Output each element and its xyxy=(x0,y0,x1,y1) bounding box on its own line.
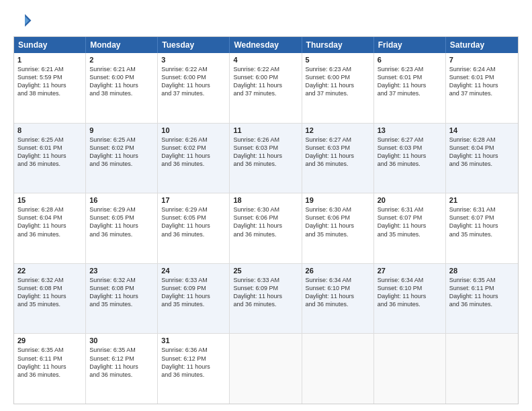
cell-info-line: Daylight: 11 hours xyxy=(161,222,226,230)
cell-info-line: and 36 minutes. xyxy=(161,230,226,238)
calendar-cell xyxy=(446,334,518,404)
cell-info-line: and 37 minutes. xyxy=(378,89,442,97)
cell-info-line: Sunrise: 6:26 AM xyxy=(161,136,226,144)
cell-info-line: Sunrise: 6:25 AM xyxy=(17,136,82,144)
cell-info-line: Sunrise: 6:21 AM xyxy=(89,65,154,73)
cell-info-line: Daylight: 11 hours xyxy=(306,292,370,300)
cell-info-line: and 35 minutes. xyxy=(161,300,226,308)
cell-info-line: Daylight: 11 hours xyxy=(17,292,82,300)
calendar-cell: 5Sunrise: 6:23 AMSunset: 6:00 PMDaylight… xyxy=(302,53,374,123)
calendar-cell: 1Sunrise: 6:21 AMSunset: 5:59 PMDaylight… xyxy=(14,53,86,123)
cell-info-line: Sunset: 6:09 PM xyxy=(161,284,226,292)
cell-info-line: Sunset: 6:02 PM xyxy=(161,144,226,152)
cell-info-line: Sunset: 6:03 PM xyxy=(306,144,370,152)
header xyxy=(13,12,519,31)
cell-info-line: and 35 minutes. xyxy=(17,300,82,308)
cell-info-line: Sunrise: 6:35 AM xyxy=(17,346,82,354)
calendar-cell: 22Sunrise: 6:32 AMSunset: 6:08 PMDayligh… xyxy=(14,264,86,334)
cell-info-line: Sunrise: 6:35 AM xyxy=(449,276,515,284)
cell-info-line: Sunset: 6:01 PM xyxy=(378,73,442,81)
cell-info-line: Sunrise: 6:29 AM xyxy=(89,205,154,214)
cell-info-line: and 36 minutes. xyxy=(378,160,442,168)
cell-info-line: Sunset: 6:03 PM xyxy=(378,144,442,152)
cell-info-line: Sunrise: 6:30 AM xyxy=(233,205,298,214)
cell-info-line: Sunset: 6:00 PM xyxy=(89,73,154,81)
day-number: 21 xyxy=(449,196,515,204)
calendar-cell: 18Sunrise: 6:30 AMSunset: 6:06 PMDayligh… xyxy=(230,193,302,263)
calendar-cell: 29Sunrise: 6:35 AMSunset: 6:11 PMDayligh… xyxy=(14,334,86,404)
calendar-cell: 13Sunrise: 6:27 AMSunset: 6:03 PMDayligh… xyxy=(374,124,446,193)
cell-info-line: Sunrise: 6:31 AM xyxy=(449,205,515,214)
cell-info-line: Daylight: 11 hours xyxy=(17,363,82,371)
calendar-cell: 9Sunrise: 6:25 AMSunset: 6:02 PMDaylight… xyxy=(86,124,158,193)
cell-info-line: Daylight: 11 hours xyxy=(89,292,154,300)
calendar-cell: 23Sunrise: 6:32 AMSunset: 6:08 PMDayligh… xyxy=(86,264,158,334)
calendar-cell: 7Sunrise: 6:24 AMSunset: 6:01 PMDaylight… xyxy=(446,53,518,123)
calendar-cell: 30Sunrise: 6:35 AMSunset: 6:12 PMDayligh… xyxy=(86,334,158,404)
cell-info-line: Daylight: 11 hours xyxy=(89,222,154,230)
cell-info-line: Daylight: 11 hours xyxy=(89,152,154,160)
cell-info-line: Sunrise: 6:28 AM xyxy=(449,136,515,144)
cell-info-line: Daylight: 11 hours xyxy=(89,81,154,89)
calendar-cell: 28Sunrise: 6:35 AMSunset: 6:11 PMDayligh… xyxy=(446,264,518,334)
cell-info-line: and 36 minutes. xyxy=(306,160,370,168)
calendar-cell: 26Sunrise: 6:34 AMSunset: 6:10 PMDayligh… xyxy=(302,264,374,334)
cell-info-line: Daylight: 11 hours xyxy=(233,292,298,300)
cell-info-line: and 36 minutes. xyxy=(89,230,154,238)
cell-info-line: Sunset: 6:07 PM xyxy=(449,214,515,222)
cell-info-line: Daylight: 11 hours xyxy=(17,222,82,230)
cell-info-line: Sunrise: 6:23 AM xyxy=(306,65,370,73)
cell-info-line: Sunrise: 6:32 AM xyxy=(89,276,154,284)
day-number: 14 xyxy=(449,126,515,134)
day-number: 27 xyxy=(378,267,442,275)
day-number: 26 xyxy=(306,267,370,275)
cell-info-line: and 38 minutes. xyxy=(17,89,82,97)
calendar-cell: 16Sunrise: 6:29 AMSunset: 6:05 PMDayligh… xyxy=(86,193,158,263)
calendar-cell: 8Sunrise: 6:25 AMSunset: 6:01 PMDaylight… xyxy=(14,124,86,193)
day-number: 29 xyxy=(17,336,82,345)
calendar-cell: 20Sunrise: 6:31 AMSunset: 6:07 PMDayligh… xyxy=(374,193,446,263)
cell-info-line: Daylight: 11 hours xyxy=(378,292,442,300)
day-number: 31 xyxy=(161,336,226,345)
cell-info-line: Daylight: 11 hours xyxy=(89,363,154,371)
cell-info-line: and 35 minutes. xyxy=(378,230,442,238)
day-number: 22 xyxy=(17,267,82,275)
cell-info-line: Sunrise: 6:36 AM xyxy=(161,346,226,354)
day-number: 11 xyxy=(233,126,298,134)
cell-info-line: Sunrise: 6:35 AM xyxy=(89,346,154,354)
calendar-cell: 3Sunrise: 6:22 AMSunset: 6:00 PMDaylight… xyxy=(158,53,230,123)
cell-info-line: and 36 minutes. xyxy=(306,300,370,308)
cell-info-line: Sunrise: 6:27 AM xyxy=(378,136,442,144)
cell-info-line: Sunrise: 6:22 AM xyxy=(233,65,298,73)
day-number: 18 xyxy=(233,196,298,204)
cell-info-line: Sunset: 6:00 PM xyxy=(233,73,298,81)
day-number: 13 xyxy=(378,126,442,134)
cell-info-line: Sunset: 6:07 PM xyxy=(378,214,442,222)
cell-info-line: Daylight: 11 hours xyxy=(306,152,370,160)
day-number: 24 xyxy=(161,267,226,275)
day-number: 19 xyxy=(306,196,370,204)
calendar-cell: 6Sunrise: 6:23 AMSunset: 6:01 PMDaylight… xyxy=(374,53,446,123)
day-number: 2 xyxy=(89,56,154,64)
day-number: 8 xyxy=(17,126,82,134)
calendar-header: SundayMondayTuesdayWednesdayThursdayFrid… xyxy=(14,37,518,53)
cell-info-line: Sunrise: 6:33 AM xyxy=(161,276,226,284)
day-header-monday: Monday xyxy=(86,37,158,53)
cell-info-line: Daylight: 11 hours xyxy=(449,81,515,89)
logo-icon xyxy=(13,12,32,31)
day-header-tuesday: Tuesday xyxy=(158,37,230,53)
cell-info-line: Daylight: 11 hours xyxy=(449,222,515,230)
day-header-saturday: Saturday xyxy=(446,37,518,53)
day-number: 16 xyxy=(89,196,154,204)
calendar-cell xyxy=(374,334,446,404)
calendar-cell: 27Sunrise: 6:34 AMSunset: 6:10 PMDayligh… xyxy=(374,264,446,334)
calendar-week-5: 29Sunrise: 6:35 AMSunset: 6:11 PMDayligh… xyxy=(14,333,518,404)
calendar-cell: 15Sunrise: 6:28 AMSunset: 6:04 PMDayligh… xyxy=(14,193,86,263)
page: SundayMondayTuesdayWednesdayThursdayFrid… xyxy=(0,0,532,411)
calendar-cell: 31Sunrise: 6:36 AMSunset: 6:12 PMDayligh… xyxy=(158,334,230,404)
cell-info-line: and 37 minutes. xyxy=(449,89,515,97)
day-number: 7 xyxy=(449,56,515,64)
calendar-cell: 25Sunrise: 6:33 AMSunset: 6:09 PMDayligh… xyxy=(230,264,302,334)
cell-info-line: Daylight: 11 hours xyxy=(449,292,515,300)
day-number: 28 xyxy=(449,267,515,275)
